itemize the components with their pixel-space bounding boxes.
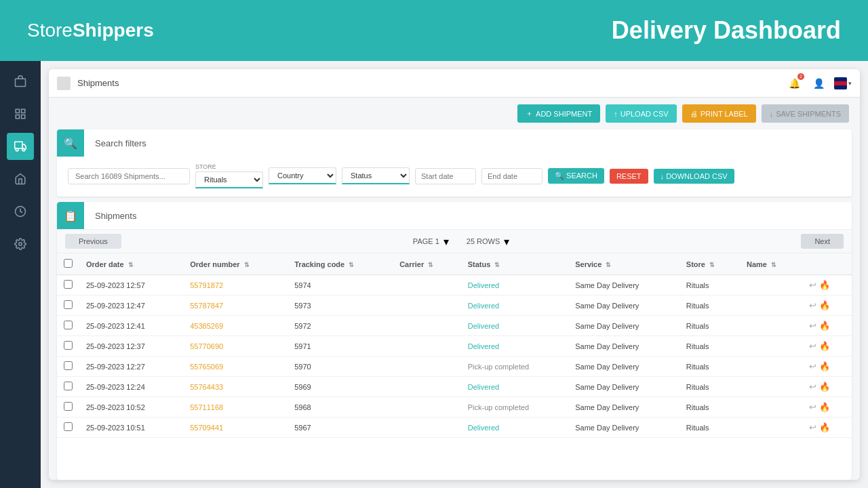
notification-badge: 2 <box>797 73 804 80</box>
row-checkbox-1[interactable] <box>64 300 73 309</box>
notification-icon[interactable]: 🔔 2 <box>785 75 803 92</box>
row-checkbox-3[interactable] <box>64 341 73 350</box>
cell-store-3: Rituals <box>679 336 740 357</box>
track-icon-2[interactable]: ↩ <box>809 321 816 331</box>
cell-order-number-5[interactable]: 55764433 <box>183 377 288 397</box>
cell-tracking-code-3: 5971 <box>288 336 393 357</box>
toolbar-square <box>57 77 71 90</box>
fire-icon-5[interactable]: 🔥 <box>819 382 830 392</box>
cell-order-number-7[interactable]: 55709441 <box>183 418 288 438</box>
track-icon-6[interactable]: ↩ <box>809 402 816 412</box>
save-shipments-button[interactable]: ↓ SAVE SHIPMENTS <box>762 104 849 123</box>
row-checkbox-0[interactable] <box>64 280 73 289</box>
sidebar-item-package[interactable] <box>7 68 34 95</box>
content-panel: Shipments 🔔 2 👤 ▾ ＋ ADD SH <box>41 61 868 488</box>
cell-order-number-3[interactable]: 55770690 <box>183 336 288 357</box>
fire-icon-4[interactable]: 🔥 <box>819 361 830 371</box>
cell-carrier-1 <box>393 296 461 316</box>
row-checkbox-4[interactable] <box>64 361 73 370</box>
cell-tracking-code-4: 5970 <box>288 357 393 377</box>
fire-icon-0[interactable]: 🔥 <box>819 280 830 290</box>
track-icon-7[interactable]: ↩ <box>809 422 816 432</box>
fire-icon-1[interactable]: 🔥 <box>819 300 830 310</box>
cell-store-4: Rituals <box>679 357 740 377</box>
start-date-input[interactable] <box>415 168 476 184</box>
search-input[interactable] <box>68 168 190 184</box>
cell-name-3 <box>740 336 802 357</box>
cell-actions-2: ↩ 🔥 <box>802 316 852 336</box>
fire-icon-3[interactable]: 🔥 <box>819 341 830 351</box>
reset-button[interactable]: RESET <box>610 169 648 184</box>
track-icon-3[interactable]: ↩ <box>809 341 816 351</box>
cell-carrier-3 <box>393 336 461 357</box>
sidebar-item-home[interactable] <box>7 165 34 192</box>
cell-order-number-4[interactable]: 55765069 <box>183 357 288 377</box>
pagination-bar: Previous PAGE 1 ▾ 25 ROWS ▾ Next <box>57 229 852 253</box>
cell-service-0: Same Day Delivery <box>568 275 679 296</box>
track-icon-0[interactable]: ↩ <box>809 280 816 290</box>
store-filter-label: Store <box>195 163 263 170</box>
next-button[interactable]: Next <box>801 234 844 249</box>
svg-rect-3 <box>16 115 19 119</box>
cell-actions-7: ↩ 🔥 <box>802 418 852 438</box>
cell-store-6: Rituals <box>679 397 740 418</box>
cell-carrier-7 <box>393 418 461 438</box>
user-icon[interactable]: 👤 <box>810 75 827 92</box>
cell-service-3: Same Day Delivery <box>568 336 679 357</box>
track-icon-5[interactable]: ↩ <box>809 382 816 392</box>
table-row: 25-09-2023 12:47 55787847 5973 Delivered… <box>57 296 852 316</box>
track-icon-1[interactable]: ↩ <box>809 300 816 310</box>
cell-order-number-1[interactable]: 55787847 <box>183 296 288 316</box>
search-btn-icon: 🔍 <box>555 171 566 180</box>
fire-icon-7[interactable]: 🔥 <box>819 422 830 432</box>
cell-order-number-2[interactable]: 45385269 <box>183 316 288 336</box>
table-body: 25-09-2023 12:57 55791872 5974 Delivered… <box>57 275 852 438</box>
sidebar-item-truck[interactable] <box>7 133 34 160</box>
table-row: 25-09-2023 12:41 45385269 5972 Delivered… <box>57 316 852 336</box>
cell-tracking-code-0: 5974 <box>288 275 393 296</box>
upload-csv-button[interactable]: ↑ UPLOAD CSV <box>606 104 676 123</box>
print-label-button[interactable]: 🖨 PRINT LABEL <box>682 104 756 123</box>
table-row: 25-09-2023 12:57 55791872 5974 Delivered… <box>57 275 852 296</box>
shipments-title: Shipments <box>84 204 147 228</box>
fire-icon-2[interactable]: 🔥 <box>819 321 830 331</box>
add-shipment-button[interactable]: ＋ ADD SHIPMENT <box>517 104 600 123</box>
svg-rect-5 <box>15 142 22 148</box>
cell-order-date-2: 25-09-2023 12:41 <box>79 316 183 336</box>
sidebar-item-clock[interactable] <box>7 198 34 225</box>
status-filter-select[interactable]: Status <box>342 167 410 184</box>
track-icon-4[interactable]: ↩ <box>809 361 816 371</box>
select-all-checkbox[interactable] <box>64 259 73 268</box>
download-csv-button[interactable]: ↓ DOWNLOAD CSV <box>654 169 734 184</box>
store-filter-select[interactable]: Rituals <box>195 171 263 188</box>
fire-icon-6[interactable]: 🔥 <box>819 402 830 412</box>
end-date-input[interactable] <box>481 168 542 184</box>
cell-store-2: Rituals <box>679 316 740 336</box>
cell-order-number-6[interactable]: 55711168 <box>183 397 288 418</box>
svg-point-9 <box>19 243 22 246</box>
dashboard-title: Delivery Dashboard <box>612 16 841 45</box>
sidebar-item-settings[interactable] <box>7 230 34 258</box>
search-button[interactable]: 🔍 SEARCH <box>548 168 604 184</box>
cell-store-7: Rituals <box>679 418 740 438</box>
row-checkbox-6[interactable] <box>64 402 73 411</box>
cell-order-date-7: 25-09-2023 10:51 <box>79 418 183 438</box>
shipments-header: 📋 Shipments <box>57 202 852 229</box>
cell-actions-5: ↩ 🔥 <box>802 377 852 397</box>
save-icon: ↓ <box>770 110 774 118</box>
page-select: PAGE 1 ▾ 25 ROWS ▾ <box>413 235 509 248</box>
flag-icon[interactable]: ▾ <box>834 75 852 92</box>
col-carrier: Carrier ⇅ <box>393 253 461 275</box>
prev-button[interactable]: Previous <box>65 234 121 249</box>
sidebar-item-grid[interactable] <box>7 100 34 127</box>
cell-status-1: Delivered <box>461 296 568 316</box>
row-checkbox-2[interactable] <box>64 321 73 329</box>
cell-order-date-0: 25-09-2023 12:57 <box>79 275 183 296</box>
row-checkbox-5[interactable] <box>64 382 73 390</box>
cell-order-number-0[interactable]: 55791872 <box>183 275 288 296</box>
cell-order-date-3: 25-09-2023 12:37 <box>79 336 183 357</box>
row-checkbox-7[interactable] <box>64 422 73 431</box>
app-toolbar: Shipments 🔔 2 👤 ▾ <box>49 69 860 98</box>
col-actions <box>802 253 852 275</box>
country-filter-select[interactable]: Country <box>269 167 336 184</box>
